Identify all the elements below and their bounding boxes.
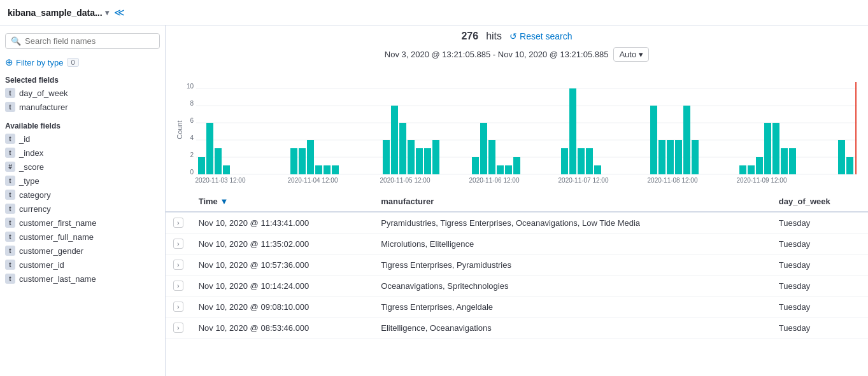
available-field-item[interactable]: tcurrency [0,202,165,216]
svg-rect-31 [480,123,487,174]
expand-cell: › [166,275,191,296]
time-range-text: Nov 3, 2020 @ 13:21:05.885 - Nov 10, 202… [385,50,609,59]
field-name-label: _id [19,134,30,144]
svg-rect-51 [772,123,779,174]
svg-text:6: 6 [190,117,194,124]
manufacturer-cell: Elitelligence, Oceanavigations [373,317,771,338]
svg-text:8: 8 [190,100,194,107]
available-field-item[interactable]: tcustomer_first_name [0,216,165,230]
available-field-item[interactable]: t_id [0,132,165,146]
field-name-label: customer_gender [19,246,83,256]
time-cell: Nov 10, 2020 @ 11:35:02.000 [191,233,374,254]
manufacturer-cell: Pyramidustries, Tigress Enterprises, Oce… [373,212,771,233]
day-of-week-cell: Tuesday [771,317,868,338]
svg-rect-53 [789,148,796,174]
available-field-item[interactable]: tcustomer_last_name [0,272,165,286]
field-name-label: _index [19,148,43,158]
filter-circle-icon: ⊕ [5,57,13,68]
time-cell: Nov 10, 2020 @ 09:08:10.000 [191,296,374,317]
expand-row-button[interactable]: › [173,218,183,228]
table-header: Time ▼ manufacturer day_of_week [166,191,868,212]
svg-text:2020-11-08 12:00: 2020-11-08 12:00 [648,177,698,184]
svg-rect-54 [838,140,845,174]
table-row: ›Nov 10, 2020 @ 11:43:41.000Pyramidustri… [166,212,868,233]
search-input[interactable] [25,36,154,46]
expand-row-button[interactable]: › [173,323,183,333]
expand-row-button[interactable]: › [173,239,183,249]
field-name-label: customer_last_name [19,274,96,284]
expand-row-button[interactable]: › [173,260,183,270]
selected-field-item[interactable]: tday_of_week [0,86,165,100]
sort-icon: ▼ [220,197,228,206]
svg-rect-16 [223,165,230,174]
svg-rect-29 [432,140,439,174]
hits-label: hits [486,31,502,42]
index-selector[interactable]: kibana_sample_data... ▾ [8,8,109,18]
svg-rect-19 [307,140,314,174]
field-type-badge: t [5,148,15,158]
svg-text:10: 10 [187,83,194,90]
svg-rect-27 [416,148,423,174]
svg-rect-35 [513,157,520,174]
field-type-badge: t [5,88,15,98]
svg-rect-18 [299,148,306,174]
collapse-sidebar-icon[interactable]: ≪ [114,6,125,18]
svg-text:2020-11-04 12:00: 2020-11-04 12:00 [288,177,338,184]
svg-text:2020-11-06 12:00: 2020-11-06 12:00 [469,177,520,184]
search-box[interactable]: 🔍 [5,33,160,49]
manufacturer-col-header[interactable]: manufacturer [373,191,771,212]
available-field-item[interactable]: #_score [0,160,165,174]
time-cell: Nov 10, 2020 @ 10:57:36.000 [191,254,374,275]
svg-rect-33 [497,165,504,174]
table-row: ›Nov 10, 2020 @ 11:35:02.000Microlutions… [166,233,868,254]
svg-rect-38 [578,148,585,174]
svg-text:2020-11-03 12:00: 2020-11-03 12:00 [196,177,246,184]
available-field-item[interactable]: tcategory [0,188,165,202]
day-of-week-cell: Tuesday [771,296,868,317]
chart-area: Count 0 2 4 6 8 10 [166,64,868,191]
expand-row-button[interactable]: › [173,281,183,291]
svg-rect-34 [505,165,512,174]
svg-rect-30 [472,157,479,174]
hits-count: 276 [461,31,478,42]
time-col-header[interactable]: Time ▼ [191,191,374,212]
field-name-label: _score [19,162,44,172]
time-cell: Nov 10, 2020 @ 11:43:41.000 [191,212,374,233]
available-field-item[interactable]: tcustomer_full_name [0,230,165,244]
svg-rect-47 [739,165,746,174]
filter-row: ⊕ Filter by type 0 [0,54,165,73]
svg-rect-40 [594,165,601,174]
filter-by-type-label: Filter by type [16,58,63,67]
day-of-week-col-header[interactable]: day_of_week [771,191,868,212]
svg-rect-43 [667,140,674,174]
field-type-badge: t [5,102,15,112]
selected-fields-list: tday_of_weektmanufacturer [0,86,165,114]
search-icon: 🔍 [11,36,21,46]
svg-rect-55 [846,157,853,174]
field-name-label: customer_first_name [19,218,96,228]
svg-rect-45 [683,106,690,174]
available-field-item[interactable]: tcustomer_gender [0,244,165,258]
selected-field-item[interactable]: tmanufacturer [0,100,165,114]
reset-search-button[interactable]: ↺ Reset search [509,31,572,41]
svg-rect-50 [764,123,771,174]
available-field-item[interactable]: t_index [0,146,165,160]
field-type-badge: t [5,246,15,256]
svg-rect-32 [488,140,495,174]
svg-text:2020-11-09 12:00: 2020-11-09 12:00 [737,177,787,184]
available-field-item[interactable]: t_type [0,174,165,188]
day-of-week-cell: Tuesday [771,275,868,296]
auto-select[interactable]: Auto ▾ [613,47,649,62]
available-field-item[interactable]: tcustomer_id [0,258,165,272]
expand-row-button[interactable]: › [173,302,183,312]
field-type-badge: t [5,190,15,200]
field-type-badge: t [5,134,15,144]
field-name-label: category [19,190,51,200]
available-fields-header: Available fields [0,119,165,132]
day-of-week-cell: Tuesday [771,212,868,233]
time-range-row: Nov 3, 2020 @ 13:21:05.885 - Nov 10, 202… [166,45,868,64]
manufacturer-cell: Oceanavigations, Spritechnologies [373,275,771,296]
svg-rect-48 [748,165,755,174]
svg-rect-21 [324,165,331,174]
filter-by-type-button[interactable]: ⊕ Filter by type [5,57,63,68]
